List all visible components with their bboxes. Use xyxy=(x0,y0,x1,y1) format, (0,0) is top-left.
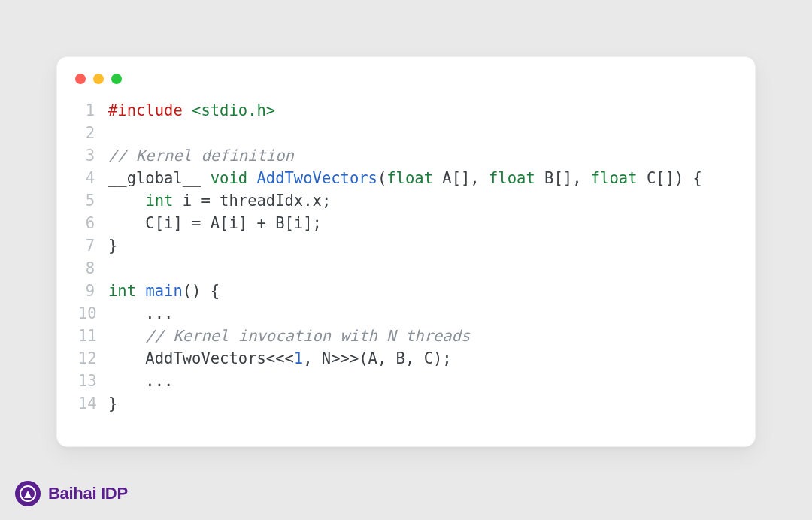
code-token: , N>>>(A, B, C); xyxy=(303,349,451,367)
line-number: 13 xyxy=(78,370,108,392)
code-token: 1 xyxy=(294,349,303,367)
line-number: 12 xyxy=(78,347,108,370)
close-icon[interactable] xyxy=(75,74,86,84)
brand-logo-icon xyxy=(15,481,41,506)
code-line: 13 ... xyxy=(78,370,734,392)
line-number: 11 xyxy=(78,325,108,347)
brand-name: Baihai IDP xyxy=(48,484,128,503)
code-line: 3// Kernel definition xyxy=(78,144,734,167)
line-number: 2 xyxy=(78,122,108,144)
code-line: 4__global__ void AddTwoVectors(float A[]… xyxy=(78,167,734,189)
code-line: 1#include <stdio.h> xyxy=(78,99,734,122)
code-line: 9int main() { xyxy=(78,280,734,302)
window-traffic-lights xyxy=(75,74,734,84)
brand-footer: Baihai IDP xyxy=(15,481,128,506)
code-line: 14} xyxy=(78,392,734,415)
code-token: C[i] = A[i] + B[i]; xyxy=(108,214,322,232)
code-content: } xyxy=(108,392,117,415)
code-line: 7} xyxy=(78,234,734,257)
code-content: AddTwoVectors<<<1, N>>>(A, B, C); xyxy=(108,347,452,370)
code-line: 6 C[i] = A[i] + B[i]; xyxy=(78,212,734,234)
code-line: 5 int i = threadIdx.x; xyxy=(78,189,734,212)
code-token: ... xyxy=(108,372,173,390)
code-token: ( xyxy=(377,169,386,187)
code-token: __global__ xyxy=(108,169,211,187)
code-content: // Kernel invocation with N threads xyxy=(108,325,470,347)
line-number: 5 xyxy=(78,189,108,212)
code-token: float xyxy=(386,169,433,187)
code-token: <stdio.h> xyxy=(192,101,275,119)
line-number: 10 xyxy=(78,302,108,325)
code-token: // Kernel definition xyxy=(108,147,294,165)
code-line: 8 xyxy=(78,257,734,280)
code-token xyxy=(136,282,145,300)
code-content: C[i] = A[i] + B[i]; xyxy=(108,212,322,234)
minimize-icon[interactable] xyxy=(93,74,104,84)
code-content: ... xyxy=(108,302,173,325)
code-content: ... xyxy=(108,370,173,392)
code-token xyxy=(108,192,145,210)
zoom-icon[interactable] xyxy=(111,74,122,84)
code-line: 11 // Kernel invocation with N threads xyxy=(78,325,734,347)
code-token: // Kernel invocation with N threads xyxy=(145,327,470,345)
line-number: 14 xyxy=(78,392,108,415)
line-number: 8 xyxy=(78,257,108,280)
code-block: 1#include <stdio.h>23// Kernel definitio… xyxy=(78,99,734,415)
code-token: () { xyxy=(183,282,220,300)
code-token: } xyxy=(108,237,117,255)
code-token: AddTwoVectors<<< xyxy=(108,349,294,367)
code-token: C[]) { xyxy=(638,169,702,187)
code-content: #include <stdio.h> xyxy=(108,99,275,122)
code-token: void xyxy=(211,169,247,187)
code-token: int xyxy=(108,282,136,300)
code-token: float xyxy=(489,169,535,187)
line-number: 9 xyxy=(78,280,108,302)
code-content: } xyxy=(108,234,117,257)
code-token: ... xyxy=(108,304,173,322)
code-token: B[], xyxy=(535,169,591,187)
code-token: main xyxy=(145,282,182,300)
code-token: float xyxy=(591,169,638,187)
line-number: 3 xyxy=(78,144,108,167)
code-token: A[], xyxy=(433,169,489,187)
code-content: __global__ void AddTwoVectors(float A[],… xyxy=(108,167,702,189)
code-content: int main() { xyxy=(108,280,220,302)
line-number: 4 xyxy=(78,167,108,189)
line-number: 1 xyxy=(78,99,108,122)
code-line: 2 xyxy=(78,122,734,144)
line-number: 6 xyxy=(78,212,108,234)
code-token xyxy=(183,101,192,119)
code-content: // Kernel definition xyxy=(108,144,294,167)
code-token: int xyxy=(145,192,173,210)
code-card: 1#include <stdio.h>23// Kernel definitio… xyxy=(56,56,756,447)
code-token: AddTwoVectors xyxy=(256,169,377,187)
code-line: 10 ... xyxy=(78,302,734,325)
code-token xyxy=(247,169,256,187)
code-token: } xyxy=(108,395,117,413)
code-token: i = threadIdx.x; xyxy=(173,192,331,210)
code-line: 12 AddTwoVectors<<<1, N>>>(A, B, C); xyxy=(78,347,734,370)
code-token: #include xyxy=(108,101,183,119)
code-content: int i = threadIdx.x; xyxy=(108,189,331,212)
line-number: 7 xyxy=(78,234,108,257)
code-token xyxy=(108,327,145,345)
